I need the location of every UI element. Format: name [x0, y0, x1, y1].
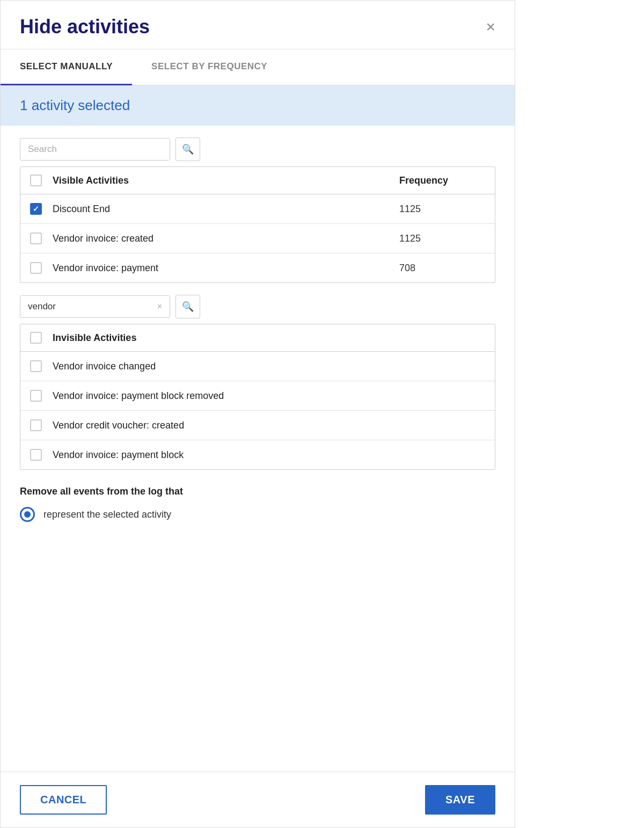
close-button[interactable]: ×	[486, 19, 495, 35]
remove-events-section: Remove all events from the log that repr…	[1, 470, 515, 531]
inv-row-checkbox-0[interactable]	[30, 360, 42, 372]
remove-events-title: Remove all events from the log that	[20, 486, 495, 497]
visible-table-header: Visible Activities Frequency	[20, 167, 495, 194]
cancel-button[interactable]: CANCEL	[20, 785, 107, 815]
row-name-1: Vendor invoice: created	[53, 233, 399, 244]
invisible-col-name-header: Invisible Activities	[53, 332, 485, 344]
radio-button-selected-activity[interactable]	[20, 507, 35, 522]
inv-row-name-0: Vendor invoice changed	[53, 361, 485, 372]
table-row: Vendor invoice: payment 708	[20, 253, 495, 282]
visible-activities-table: Visible Activities Frequency Discount En…	[20, 166, 495, 283]
inv-row-checkbox-3[interactable]	[30, 449, 42, 461]
search-button-visible[interactable]: 🔍	[175, 137, 200, 161]
selection-banner: 1 activity selected	[1, 85, 515, 126]
inv-row-name-2: Vendor credit voucher: created	[53, 420, 485, 431]
search-value-invisible: vendor	[28, 301, 56, 312]
row-freq-0: 1125	[399, 204, 485, 215]
search-icon-2: 🔍	[182, 301, 194, 313]
table-row: Vendor credit voucher: created	[20, 411, 495, 440]
table-row: Vendor invoice: payment block removed	[20, 381, 495, 411]
radio-inner	[24, 511, 31, 518]
table-row: Vendor invoice: created 1125	[20, 224, 495, 253]
search-icon: 🔍	[182, 143, 194, 155]
inv-row-name-1: Vendor invoice: payment block removed	[53, 390, 485, 402]
search-input-invisible-wrapper: vendor ×	[20, 295, 170, 318]
clear-search-button[interactable]: ×	[157, 302, 162, 311]
table-row: Vendor invoice changed	[20, 352, 495, 381]
search-input-visible[interactable]	[20, 138, 170, 161]
invisible-activities-table: Invisible Activities Vendor invoice chan…	[20, 324, 495, 470]
dialog-header: Hide activities ×	[1, 1, 515, 49]
selection-count: 1 activity selected	[20, 97, 130, 113]
row-freq-2: 708	[399, 263, 485, 274]
row-checkbox-0[interactable]	[30, 203, 42, 215]
dialog-title: Hide activities	[20, 16, 150, 38]
row-checkbox-2[interactable]	[30, 262, 42, 274]
visible-col-name-header: Visible Activities	[53, 175, 399, 186]
search-area-invisible: vendor × 🔍	[1, 283, 515, 324]
row-name-0: Discount End	[53, 204, 399, 215]
inv-row-checkbox-1[interactable]	[30, 390, 42, 402]
tabs-container: SELECT MANUALLY SELECT BY FREQUENCY	[1, 49, 515, 85]
row-checkbox-1[interactable]	[30, 233, 42, 244]
radio-label-selected-activity: represent the selected activity	[43, 509, 171, 520]
save-button[interactable]: SAVE	[425, 785, 495, 815]
select-all-invisible-checkbox[interactable]	[30, 332, 42, 344]
hide-activities-dialog: Hide activities × SELECT MANUALLY SELECT…	[0, 0, 515, 828]
inv-row-name-3: Vendor invoice: payment block	[53, 449, 485, 461]
tab-select-manually[interactable]: SELECT MANUALLY	[1, 49, 132, 85]
select-all-visible-checkbox[interactable]	[30, 175, 42, 186]
search-button-invisible[interactable]: 🔍	[175, 295, 200, 318]
radio-option-row: represent the selected activity	[20, 507, 495, 522]
search-area-visible: 🔍	[1, 126, 515, 166]
inv-row-checkbox-2[interactable]	[30, 419, 42, 431]
visible-col-freq-header: Frequency	[399, 175, 485, 186]
row-freq-1: 1125	[399, 233, 485, 244]
tab-select-by-frequency[interactable]: SELECT BY FREQUENCY	[132, 49, 287, 85]
dialog-footer: CANCEL SAVE	[1, 772, 515, 827]
table-row: Discount End 1125	[20, 194, 495, 224]
table-row: Vendor invoice: payment block	[20, 440, 495, 469]
invisible-table-header: Invisible Activities	[20, 324, 495, 352]
row-name-2: Vendor invoice: payment	[53, 263, 399, 274]
